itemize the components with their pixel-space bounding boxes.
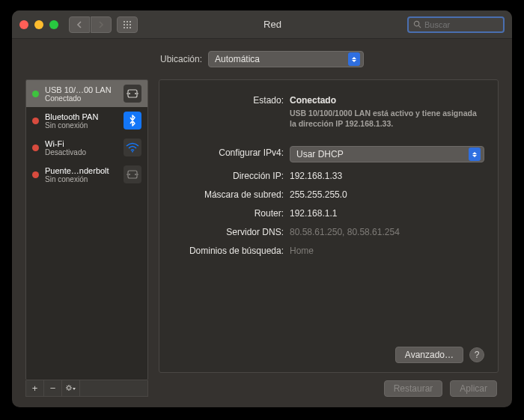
svg-point-6 [124,27,125,28]
network-list: USB 10/…00 LAN Conectado Bluetooth PAN S… [25,79,148,380]
row-status: Estado: Conectado USB 10/100/1000 LAN es… [173,94,484,129]
svg-point-7 [127,27,128,28]
network-name: Puente…nderbolt [45,166,118,175]
svg-point-12 [135,93,136,94]
ethernet-icon [124,85,141,103]
dns-value: 80.58.61.250, 80.58.61.254 [290,225,484,237]
mask-label: Máscara de subred: [173,188,290,200]
router-label: Router: [173,207,290,219]
network-name: Bluetooth PAN [45,112,118,121]
svg-point-3 [124,24,125,25]
status-value-block: Conectado USB 10/100/1000 LAN está activ… [290,94,484,129]
traffic-lights [19,20,58,29]
network-item-thunderbolt-bridge[interactable]: Puente…nderbolt Sin conexión [26,161,147,188]
apply-button[interactable]: Aplicar [450,380,497,397]
network-name: Wi-Fi [45,139,118,148]
mask-value: 255.255.255.0 [290,188,484,200]
location-label: Ubicación: [160,54,202,64]
row-configure-ipv4: Configurar IPv4: Usar DHCP [173,146,484,162]
chevron-updown-icon [348,52,360,66]
ipv4-select[interactable]: Usar DHCP [290,146,484,162]
search-domains-label: Dominios de búsqueda: [173,244,290,256]
nav-buttons [69,16,138,33]
svg-point-14 [129,174,130,175]
network-status: Sin conexión [45,175,118,183]
network-name: USB 10/…00 LAN [45,85,118,94]
bluetooth-icon [124,112,141,130]
show-all-button[interactable] [117,16,138,33]
chevron-updown-icon [469,147,481,161]
location-value: Automática [215,54,260,64]
ipv4-label: Configurar IPv4: [173,146,290,162]
network-item-text: Bluetooth PAN Sin conexión [45,112,118,130]
status-label: Estado: [173,94,290,129]
forward-button[interactable] [91,16,112,33]
search-input[interactable] [424,20,512,29]
search-icon [413,20,421,28]
network-status: Conectado [45,94,118,103]
svg-point-2 [130,21,131,22]
status-dot-icon [32,144,39,151]
advanced-row: Avanzado… ? [173,347,484,363]
svg-point-5 [130,24,131,25]
svg-point-9 [414,21,418,25]
network-item-bluetooth-pan[interactable]: Bluetooth PAN Sin conexión [26,107,147,134]
preferences-window: Red Ubicación: Automática USB 10/…00 LAN… [12,10,512,407]
window-title: Red [138,19,407,30]
search-domains-value: Home [290,244,484,256]
row-router: Router: 192.168.1.1 [173,207,484,219]
add-network-button[interactable]: + [26,380,44,396]
ip-value: 192.168.1.33 [290,169,484,181]
row-search-domains: Dominios de búsqueda: Home [173,244,484,256]
sidebar: USB 10/…00 LAN Conectado Bluetooth PAN S… [25,79,148,397]
row-ip-address: Dirección IP: 192.168.1.33 [173,169,484,181]
bottom-actions: Restaurar Aplicar [159,373,499,397]
close-button[interactable] [19,20,28,29]
search-field[interactable] [407,16,505,33]
dns-label: Servidor DNS: [173,225,290,237]
list-footer: + − [25,380,148,397]
network-status: Desactivado [45,148,118,156]
svg-line-10 [418,25,421,28]
status-dot-icon [32,91,39,97]
wifi-icon [124,139,141,156]
zoom-button[interactable] [49,20,58,29]
network-item-wifi[interactable]: Wi-Fi Desactivado [26,134,147,161]
network-actions-button[interactable] [62,380,80,396]
titlebar: Red [12,10,512,39]
status-value: Conectado [290,95,336,106]
svg-point-8 [130,27,131,28]
ipv4-value: Usar DHCP [296,149,344,159]
location-bar: Ubicación: Automática [12,39,512,79]
status-dot-icon [32,118,39,124]
network-item-text: USB 10/…00 LAN Conectado [45,85,118,103]
row-dns-server: Servidor DNS: 80.58.61.250, 80.58.61.254 [173,225,484,237]
help-button[interactable]: ? [469,347,484,362]
svg-point-16 [67,386,70,389]
location-select[interactable]: Automática [208,51,364,67]
svg-point-0 [124,21,125,22]
minimize-button[interactable] [34,20,43,29]
ip-label: Dirección IP: [173,169,290,181]
status-dot-icon [32,171,39,178]
ethernet-icon [124,165,141,183]
back-button[interactable] [69,16,90,33]
network-item-text: Wi-Fi Desactivado [45,139,118,156]
svg-point-4 [127,24,128,25]
status-description: USB 10/100/1000 LAN está activo y tiene … [290,108,484,129]
remove-network-button[interactable]: − [44,380,62,396]
network-item-usb-lan[interactable]: USB 10/…00 LAN Conectado [26,80,147,107]
advanced-button[interactable]: Avanzado… [395,347,463,363]
content-area: USB 10/…00 LAN Conectado Bluetooth PAN S… [12,79,512,407]
network-status: Sin conexión [45,121,118,130]
details-panel: Estado: Conectado USB 10/100/1000 LAN es… [159,79,499,373]
router-value: 192.168.1.1 [290,207,484,219]
svg-point-1 [127,21,128,22]
svg-point-15 [135,174,136,175]
row-subnet-mask: Máscara de subred: 255.255.255.0 [173,188,484,200]
restore-button[interactable]: Restaurar [384,380,443,397]
svg-point-13 [132,151,133,153]
network-item-text: Puente…nderbolt Sin conexión [45,166,118,183]
svg-point-11 [129,93,130,94]
main-panel: Estado: Conectado USB 10/100/1000 LAN es… [159,79,499,397]
